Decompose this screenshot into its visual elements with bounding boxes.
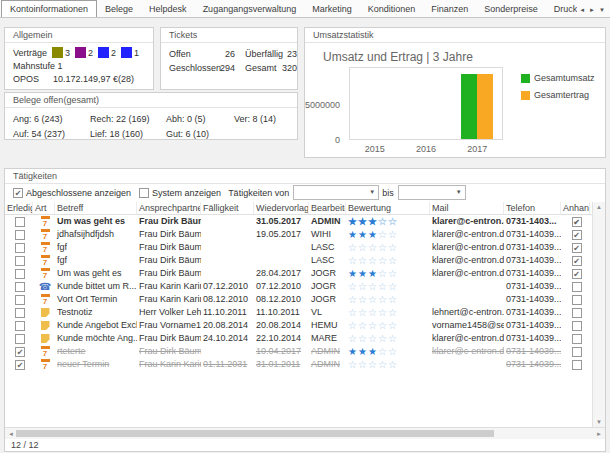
star-empty-icon[interactable]: ☆	[378, 294, 388, 305]
erledigt-checkbox[interactable]	[15, 256, 25, 266]
table-row[interactable]: 7Um was geht esFrau Dirk Bäumer28.04.201…	[5, 267, 592, 280]
star-empty-icon[interactable]: ☆	[378, 320, 388, 331]
tab-zugangangsverwaltung[interactable]: Zugangangsverwaltung	[195, 1, 305, 17]
anhang-checkbox[interactable]	[572, 334, 582, 344]
star-empty-icon[interactable]: ☆	[348, 294, 358, 305]
table-row[interactable]: 7jdhafsijhdfjdshFrau Dirk Bäumer19.05.20…	[5, 228, 592, 241]
table-row[interactable]: 7Vort Ort TerminFrau Karin Karin08.12.20…	[5, 293, 592, 306]
tab-konditionen[interactable]: Konditionen	[360, 1, 424, 17]
cell-bewertung[interactable]: ★★★☆☆	[346, 228, 430, 242]
star-empty-icon[interactable]: ☆	[358, 242, 368, 253]
star-empty-icon[interactable]: ☆	[348, 281, 358, 292]
tab-kontoinformationen[interactable]: Kontoinformationen	[1, 0, 97, 17]
column-header-ansprechpartner[interactable]: Ansprechpartner	[137, 202, 201, 214]
erledigt-checkbox[interactable]	[15, 308, 25, 318]
star-empty-icon[interactable]: ☆	[348, 359, 358, 370]
erledigt-checkbox[interactable]: ✔	[15, 347, 25, 357]
star-empty-icon[interactable]: ☆	[378, 346, 388, 357]
scroll-left-icon[interactable]: ◄	[8, 431, 14, 437]
column-header-erledigt[interactable]: Erledigt	[5, 202, 33, 214]
erledigt-checkbox[interactable]	[15, 282, 25, 292]
tab-more-icon[interactable]: ▼	[599, 7, 605, 13]
horizontal-scrollbar[interactable]: ◄ ►	[5, 427, 605, 439]
star-empty-icon[interactable]: ☆	[348, 307, 358, 318]
star-empty-icon[interactable]: ☆	[368, 294, 378, 305]
abgeschlossene-checkbox[interactable]: ✔	[13, 188, 23, 198]
system-checkbox[interactable]	[139, 188, 149, 198]
column-header-anhang[interactable]: Anhang	[561, 202, 590, 214]
star-empty-icon[interactable]: ☆	[378, 359, 388, 370]
table-row[interactable]: Kunde Angebot ExchFrau Vorname1458 .20.0…	[5, 319, 592, 332]
tab-sonderpreise[interactable]: Sonderpreise	[476, 1, 546, 17]
star-empty-icon[interactable]: ☆	[388, 242, 398, 253]
column-header-bearbeiter[interactable]: Bearbeiter	[309, 202, 346, 214]
table-row[interactable]: 7Um was geht esFrau Dirk Bäumer31.05.201…	[5, 215, 592, 228]
cell-bewertung[interactable]: ☆☆☆☆☆	[346, 254, 430, 268]
tab-marketing[interactable]: Marketing	[304, 1, 360, 17]
star-filled-icon[interactable]: ★	[358, 216, 368, 227]
star-filled-icon[interactable]: ★	[358, 268, 368, 279]
scroll-right-icon[interactable]: ►	[596, 431, 602, 437]
star-empty-icon[interactable]: ☆	[378, 307, 388, 318]
table-row[interactable]: ✔7rteterteFrau Dirk Bäumer10.04.2017ADMI…	[5, 345, 592, 358]
star-empty-icon[interactable]: ☆	[368, 255, 378, 266]
star-empty-icon[interactable]: ☆	[388, 229, 398, 240]
star-empty-icon[interactable]: ☆	[368, 242, 378, 253]
column-header-betreff[interactable]: Betreff	[55, 202, 137, 214]
anhang-checkbox[interactable]: ✔	[572, 230, 582, 240]
star-empty-icon[interactable]: ☆	[378, 242, 388, 253]
star-empty-icon[interactable]: ☆	[378, 216, 388, 227]
anhang-checkbox[interactable]: ✔	[572, 269, 582, 279]
taetigkeiten-von-select[interactable]: ▼	[293, 185, 379, 200]
star-empty-icon[interactable]: ☆	[358, 307, 368, 318]
scrollbar-thumb[interactable]	[16, 430, 494, 437]
anhang-checkbox[interactable]	[572, 321, 582, 331]
star-empty-icon[interactable]: ☆	[368, 359, 378, 370]
cell-bewertung[interactable]: ★★★☆☆	[346, 345, 430, 359]
anhang-checkbox[interactable]: ✔	[572, 243, 582, 253]
star-empty-icon[interactable]: ☆	[378, 255, 388, 266]
star-filled-icon[interactable]: ★	[368, 268, 378, 279]
star-empty-icon[interactable]: ☆	[358, 320, 368, 331]
star-empty-icon[interactable]: ☆	[378, 281, 388, 292]
anhang-checkbox[interactable]: ✔	[572, 256, 582, 266]
star-empty-icon[interactable]: ☆	[388, 307, 398, 318]
erledigt-checkbox[interactable]	[15, 269, 25, 279]
anhang-checkbox[interactable]: ✔	[572, 217, 582, 227]
cell-bewertung[interactable]: ★★★☆☆	[346, 267, 430, 281]
scroll-down-icon[interactable]: ▼	[596, 419, 602, 425]
star-empty-icon[interactable]: ☆	[378, 229, 388, 240]
star-filled-icon[interactable]: ★	[368, 346, 378, 357]
star-empty-icon[interactable]: ☆	[388, 255, 398, 266]
cell-bewertung[interactable]: ☆☆☆☆☆	[346, 332, 430, 346]
star-empty-icon[interactable]: ☆	[388, 333, 398, 344]
star-empty-icon[interactable]: ☆	[368, 307, 378, 318]
erledigt-checkbox[interactable]	[15, 295, 25, 305]
anhang-checkbox[interactable]	[572, 347, 582, 357]
cell-bewertung[interactable]: ★★★☆☆	[346, 215, 430, 229]
star-empty-icon[interactable]: ☆	[358, 281, 368, 292]
erledigt-checkbox[interactable]	[15, 230, 25, 240]
star-empty-icon[interactable]: ☆	[358, 333, 368, 344]
star-filled-icon[interactable]: ★	[368, 216, 378, 227]
taetigkeiten-bis-select[interactable]: ▼	[398, 185, 466, 200]
star-empty-icon[interactable]: ☆	[348, 320, 358, 331]
star-filled-icon[interactable]: ★	[358, 346, 368, 357]
star-empty-icon[interactable]: ☆	[388, 359, 398, 370]
tab-helpdesk[interactable]: Helpdesk	[141, 1, 195, 17]
star-empty-icon[interactable]: ☆	[358, 294, 368, 305]
anhang-checkbox[interactable]	[572, 282, 582, 292]
star-empty-icon[interactable]: ☆	[378, 333, 388, 344]
star-empty-icon[interactable]: ☆	[348, 333, 358, 344]
star-empty-icon[interactable]: ☆	[388, 281, 398, 292]
tab-belege[interactable]: Belege	[97, 1, 141, 17]
table-row[interactable]: TestnotizHerr Volker Lehnert11.10.201111…	[5, 306, 592, 319]
star-empty-icon[interactable]: ☆	[358, 359, 368, 370]
anhang-checkbox[interactable]	[572, 360, 582, 370]
column-header-mail[interactable]: Mail	[430, 202, 504, 214]
star-empty-icon[interactable]: ☆	[368, 333, 378, 344]
star-empty-icon[interactable]: ☆	[368, 281, 378, 292]
star-filled-icon[interactable]: ★	[348, 346, 358, 357]
tab-scroll-left-icon[interactable]: ◄	[579, 7, 585, 13]
vertical-scrollbar[interactable]: ▲ ▼	[592, 202, 605, 427]
